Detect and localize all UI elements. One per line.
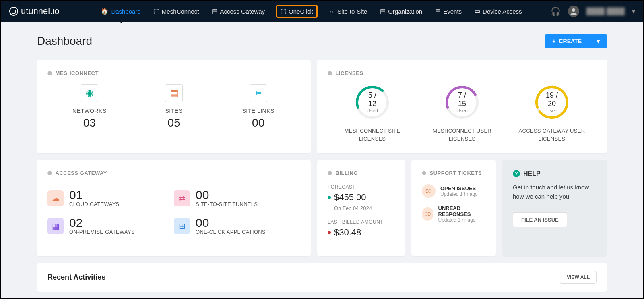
oneclick-icon: ⬚ [281,8,286,15]
ticket-item[interactable]: 03 OPEN ISSUESUpdated 1 hr ago [422,184,485,198]
billing-card: ⬣BILLING FORECAST $455.00 On Feb 04 2024… [317,160,405,256]
ticket-sub: Updated 1 hr ago [438,217,486,223]
avatar[interactable] [568,6,579,17]
nav-oneclick-label: OneClick [289,8,313,15]
license-label: MESHCONNECT SITE LICENSES [332,127,413,143]
shield-icon: ⬣ [47,170,52,176]
ag-item-label: ONE-CLICK APPLICATIONS [196,229,266,235]
license-used-label: Used [453,108,471,114]
ag-item-icon: ⇄ [174,190,190,206]
nav-events-label: Events [443,8,462,15]
events-icon: ▤ [435,8,441,15]
license-label: ACCESS GATEWAY USER LICENSES [511,127,592,143]
nav-site-to-site[interactable]: ↔Site-to-Site [327,6,369,17]
username[interactable]: ████ ████ [586,8,625,15]
ag-item[interactable]: ▦ 02ON-PREMISE GATEWAYS [47,212,174,240]
license-item[interactable]: 19 / 20Used ACCESS GATEWAY USER LICENSES [507,84,597,143]
ag-header: ⬣ACCESS GATEWAY [47,170,300,176]
tickets-card: ⬣SUPPORT TICKETS 03 OPEN ISSUESUpdated 1… [411,160,496,256]
mesh-networks[interactable]: ◉ NETWORKS 03 [47,84,132,129]
chevron-down-icon: ▾ [597,38,600,44]
nav-events[interactable]: ▤Events [433,5,463,17]
forecast-amount: $455.00 [334,192,366,203]
help-text: Get in touch and let us know how we can … [513,183,597,201]
nav-meshconnect-label: MeshConnect [162,8,199,15]
sitelinks-icon: ⬌ [250,84,267,102]
billing-header: ⬣BILLING [328,170,394,176]
nav-sitetosite-label: Site-to-Site [337,8,367,15]
ag-item-icon: ☁ [47,190,64,206]
ag-item-value: 00 [196,217,266,229]
lastbilled-label: LAST BILLED AMOUNT [328,219,394,225]
headset-icon[interactable]: 🎧 [551,6,561,16]
create-button[interactable]: + CREATE ▾ [545,34,607,48]
ag-item-icon: ⊞ [174,218,190,234]
topbar-right: 🎧 ████ ████ ▾ [551,6,635,17]
tickets-header: ⬣SUPPORT TICKETS [422,170,485,176]
nav: 🏠Dashboard ⬚MeshConnect ▤Access Gateway … [99,5,550,18]
ticket-title: UNREAD RESPONSES [438,205,486,217]
ag-item[interactable]: ⇄ 00SITE-TO-SITE TUNNELS [174,184,300,212]
ag-item[interactable]: ⊞ 00ONE-CLICK APPLICATIONS [174,212,300,240]
access-gateway-card: ⬣ACCESS GATEWAY ☁ 01CLOUD GATEWAYS ⇄ 00S… [37,160,311,256]
license-used-label: Used [543,108,561,114]
nav-organization[interactable]: ▤Organization [378,5,424,17]
networks-icon: ◉ [80,84,98,102]
license-item[interactable]: 5 / 12Used MESHCONNECT SITE LICENSES [328,84,417,143]
ticket-item[interactable]: 00 UNREAD RESPONSESUpdated 1 hr ago [422,205,485,223]
home-icon: 🏠 [101,8,109,15]
mesh-sites[interactable]: ▤ SITES 05 [132,84,217,129]
device-icon: ▭ [475,8,480,15]
mesh-sitelinks-label: SITE LINKS [216,108,300,114]
ag-item-value: 00 [196,189,258,201]
license-value: 19 / 20 [543,91,561,108]
user-icon [570,7,578,15]
meshconnect-card: ⬣MESHCONNECT ◉ NETWORKS 03 ▤ SITES 05 ⬌ … [37,60,311,153]
sitetosite-icon: ↔ [329,8,335,15]
nav-organization-label: Organization [388,8,422,15]
license-label: MESHCONNECT USER LICENSES [421,127,503,143]
view-all-button[interactable]: VIEW ALL [560,271,597,284]
mesh-sitelinks-value: 00 [216,116,300,129]
forecast-date: On Feb 04 2024 [334,205,394,211]
mesh-icon: ⬚ [154,8,159,15]
tickets-title: SUPPORT TICKETS [430,170,482,176]
licenses-card: ⬣LICENSES 5 / 12Used MESHCONNECT SITE LI… [317,60,607,153]
mesh-networks-value: 03 [47,116,132,129]
ag-item-label: SITE-TO-SITE TUNNELS [196,201,258,207]
nav-meshconnect[interactable]: ⬚MeshConnect [152,5,201,17]
lastbilled-value: $30.48 [328,227,394,238]
shield-icon: ⬣ [422,170,427,176]
nav-oneclick[interactable]: ⬚OneClick [276,5,318,18]
logo[interactable]: utunnel.io [9,6,59,17]
shield-icon: ⬣ [328,70,332,76]
sites-icon: ▤ [165,84,183,102]
ticket-count: 00 [422,207,433,221]
ag-item[interactable]: ☁ 01CLOUD GATEWAYS [47,184,174,212]
logo-icon [9,6,19,16]
dot-icon [328,231,331,234]
licenses-header: ⬣LICENSES [328,70,597,76]
file-issue-button[interactable]: FILE AN ISSUE [513,212,567,227]
shield-icon: ⬣ [47,70,52,76]
help-title: HELP [523,170,541,177]
nav-device-access[interactable]: ▭Device Access [473,5,524,17]
nav-dashboard[interactable]: 🏠Dashboard [99,5,142,17]
ag-item-icon: ▦ [47,218,64,234]
nav-access-gateway[interactable]: ▤Access Gateway [210,5,266,17]
licenses-title: LICENSES [336,70,363,76]
recent-activities-card: Recent Activities VIEW ALL [37,263,607,292]
ticket-sub: Updated 1 hr ago [440,191,478,197]
create-label: CREATE [559,38,582,44]
forecast-value: $455.00 [328,192,394,203]
meshconnect-title: MESHCONNECT [56,70,99,76]
license-item[interactable]: 7 / 15Used MESHCONNECT USER LICENSES [417,84,507,143]
mesh-sitelinks[interactable]: ⬌ SITE LINKS 00 [216,84,300,129]
topbar: utunnel.io 🏠Dashboard ⬚MeshConnect ▤Acce… [1,1,643,22]
chevron-down-icon[interactable]: ▾ [632,8,635,15]
ag-item-value: 02 [69,217,135,229]
nav-device-access-label: Device Access [483,8,522,15]
ag-title: ACCESS GATEWAY [56,170,107,176]
brand-text: utunnel.io [21,6,59,17]
mesh-sites-label: SITES [132,108,216,114]
